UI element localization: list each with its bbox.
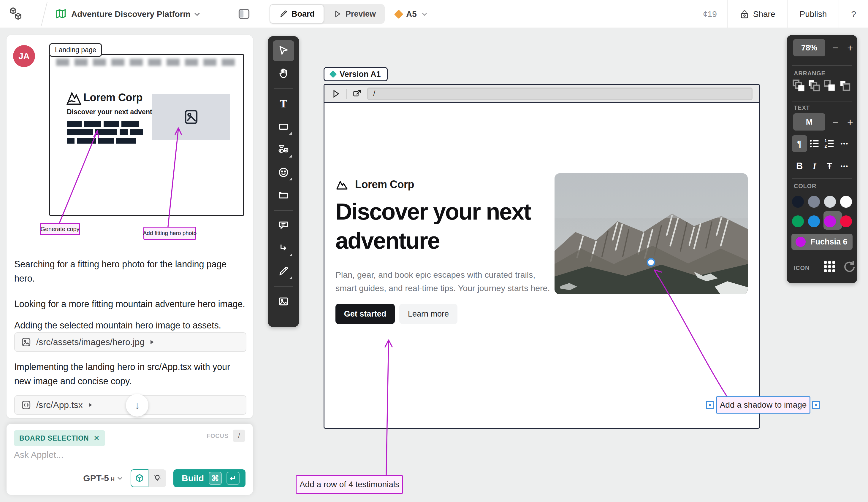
toggle-sidebar-button[interactable] xyxy=(237,8,250,20)
run-icon[interactable] xyxy=(331,89,341,99)
close-icon[interactable]: ✕ xyxy=(93,434,100,442)
bold-button[interactable]: B xyxy=(792,158,807,175)
numbered-list-button[interactable]: 1 2 xyxy=(822,135,837,152)
refresh-icon[interactable] xyxy=(842,260,856,273)
tool-frame[interactable] xyxy=(273,185,294,206)
smiley-icon xyxy=(278,166,289,178)
panel-toggle-icon xyxy=(237,8,250,20)
composer-actions: GPT-5H Build ⌘ ↵ xyxy=(83,469,246,487)
chevron-down-icon xyxy=(421,11,428,18)
tab-preview-label: Preview xyxy=(345,10,376,19)
pencil-icon xyxy=(279,10,288,18)
tool-comment[interactable] xyxy=(273,215,294,236)
divider xyxy=(347,89,347,99)
send-to-back-icon[interactable] xyxy=(838,79,852,93)
swatch-green[interactable] xyxy=(792,216,804,227)
scroll-to-bottom-button[interactable]: ↓ xyxy=(126,394,148,417)
swatch-fuchsia[interactable] xyxy=(824,216,836,227)
send-backward-icon[interactable] xyxy=(823,79,837,93)
tool-pencil[interactable] xyxy=(273,261,294,282)
text-section-label: TEXT xyxy=(794,104,810,111)
image-file-icon xyxy=(21,337,31,347)
composer-input[interactable]: Ask Applet... xyxy=(14,450,242,460)
annotation-testimonials[interactable]: Add a row of 4 testimonials xyxy=(296,475,403,494)
divider xyxy=(792,101,852,102)
zoom-level[interactable]: 78% xyxy=(793,39,825,56)
file-chip-hero-jpg[interactable]: /src/assets/images/hero.jpg xyxy=(14,332,246,352)
app-logo[interactable] xyxy=(8,0,24,28)
paragraph-button[interactable]: ¶ xyxy=(792,135,807,152)
selection-handle-right[interactable] xyxy=(812,401,820,409)
url-bar[interactable]: / xyxy=(367,87,753,100)
svg-text:2: 2 xyxy=(825,144,827,149)
cubes-logo-icon xyxy=(8,7,24,22)
annotation-generate-copy[interactable]: Generate copy xyxy=(40,223,80,235)
bring-to-front-icon[interactable] xyxy=(807,79,821,93)
selection-handle-left[interactable] xyxy=(706,401,714,409)
tool-components[interactable] xyxy=(273,139,294,160)
tool-text[interactable]: T xyxy=(273,93,294,114)
lightbulb-icon xyxy=(152,473,162,483)
tool-image[interactable] xyxy=(273,291,294,312)
credits-counter[interactable]: ¢19 xyxy=(693,10,727,19)
swatch-lightgray[interactable] xyxy=(824,196,836,208)
build-label: Build xyxy=(182,473,204,483)
image-placeholder-icon xyxy=(182,108,200,126)
build-mode-button[interactable] xyxy=(131,469,148,487)
strikethrough-button[interactable]: Ŧ xyxy=(822,158,837,175)
help-button[interactable]: ? xyxy=(839,9,868,19)
selected-color-chip[interactable]: Fuchsia 6 xyxy=(792,234,852,250)
file-path: /src/App.tsx xyxy=(36,400,83,410)
swatch-blue[interactable] xyxy=(808,216,820,227)
zoom-in-button[interactable]: + xyxy=(844,39,857,56)
ideate-mode-button[interactable] xyxy=(148,469,166,487)
model-variant: H xyxy=(111,477,115,483)
annotation-shadow[interactable]: Add a shadow to image xyxy=(716,396,810,414)
text-size-button[interactable]: M xyxy=(793,113,825,130)
swatch-slate[interactable] xyxy=(808,196,820,208)
swatch-white[interactable] xyxy=(840,196,852,208)
bullet-list-button[interactable] xyxy=(807,135,822,152)
annotation-fitting-photo[interactable]: Add fitting hero photo xyxy=(143,227,196,240)
swatch-red[interactable] xyxy=(840,216,852,227)
tool-rectangle[interactable] xyxy=(273,116,294,137)
open-external-icon[interactable] xyxy=(352,89,362,98)
swatch-navy[interactable] xyxy=(792,196,804,208)
image-icon xyxy=(278,295,289,307)
share-button[interactable]: Share xyxy=(727,0,787,28)
text-size-increase[interactable]: + xyxy=(844,113,857,130)
more-style-options[interactable]: ••• xyxy=(837,158,852,175)
tool-emoji[interactable] xyxy=(273,162,294,183)
bring-forward-icon[interactable] xyxy=(792,79,806,93)
text-size-decrease[interactable]: − xyxy=(829,113,842,130)
hero-image[interactable] xyxy=(555,173,748,294)
tool-select[interactable] xyxy=(273,40,294,61)
icon-grid-button[interactable] xyxy=(824,261,835,272)
mode-toggle xyxy=(131,469,166,487)
italic-button[interactable]: I xyxy=(807,158,822,175)
rendered-page: Lorem Corp Discover your next adventure … xyxy=(324,103,759,428)
board-selection-chip[interactable]: BOARD SELECTION ✕ xyxy=(14,430,105,446)
zoom-out-button[interactable]: − xyxy=(829,39,842,56)
tab-preview[interactable]: Preview xyxy=(324,4,385,24)
divider xyxy=(792,256,852,257)
tab-board[interactable]: Board xyxy=(270,4,324,24)
project-switcher[interactable]: Adventure Discovery Platform xyxy=(55,0,201,28)
get-started-button[interactable]: Get started xyxy=(335,304,395,324)
tool-connector[interactable] xyxy=(273,238,294,259)
tool-hand[interactable] xyxy=(273,63,294,84)
learn-more-button[interactable]: Learn more xyxy=(399,304,457,324)
model-selector[interactable]: GPT-5H xyxy=(83,473,124,483)
top-bar: Adventure Discovery Platform Board Previ… xyxy=(0,0,868,28)
header-actions: ¢19 Share Publish ? xyxy=(693,0,868,28)
version-badge[interactable]: Version A1 xyxy=(323,67,388,81)
more-paragraph-options[interactable]: ••• xyxy=(837,135,852,152)
header-divider xyxy=(41,2,48,26)
canvas-toolbar: T xyxy=(268,36,299,327)
build-button[interactable]: Build ⌘ ↵ xyxy=(173,469,246,487)
components-icon xyxy=(278,144,289,156)
branch-selector[interactable]: A5 xyxy=(395,0,428,28)
url-value: / xyxy=(373,89,375,98)
publish-button[interactable]: Publish xyxy=(787,0,839,28)
hand-icon xyxy=(278,67,289,80)
